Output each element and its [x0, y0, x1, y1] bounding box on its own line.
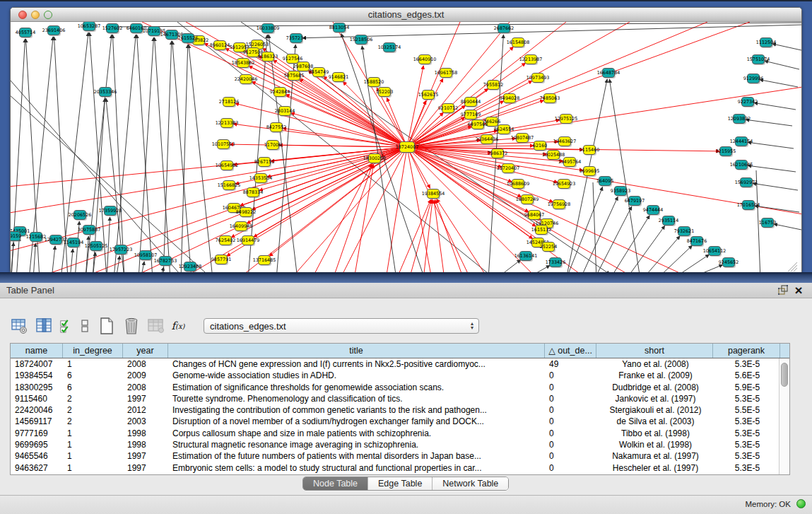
network-node-30975887[interactable]: 30975887	[78, 226, 101, 236]
network-node-9242844[interactable]: 9242844	[270, 88, 290, 98]
network-node-1588520[interactable]: 1588520	[364, 78, 384, 88]
table-cell[interactable]: 0	[545, 382, 596, 393]
table-cell[interactable]: 5.3E-5	[713, 462, 780, 474]
network-node-7932621[interactable]: 7932621	[674, 227, 694, 238]
table-cell[interactable]: 5.9E-5	[713, 382, 780, 393]
table-cell[interactable]: Estimation of the future numbers of pati…	[168, 450, 545, 462]
network-node-23691406[interactable]: 23691406	[42, 26, 66, 37]
network-node-62160[interactable]: 62160	[533, 141, 547, 152]
table-cell[interactable]: 2	[63, 416, 123, 427]
network-node-8813054[interactable]: 8813054	[329, 23, 349, 34]
table-row[interactable]: 969969511998Structural magnetic resonanc…	[11, 439, 789, 450]
close-panel-icon[interactable]: ×	[792, 284, 805, 297]
network-node-1215682[interactable]: 1215682	[26, 233, 46, 243]
network-node-39159[interactable]: 39159	[11, 232, 21, 243]
table-cell[interactable]: 2003	[123, 416, 168, 427]
network-node-7625402[interactable]: 7625402	[216, 236, 235, 247]
network-node-16648784[interactable]: 16648784	[597, 69, 620, 79]
table-cell[interactable]: 1	[63, 358, 123, 370]
table-cell[interactable]: 1997	[123, 462, 168, 474]
network-node-8427552[interactable]: 8427552	[266, 123, 286, 134]
table-cell[interactable]: 5.3E-5	[713, 450, 780, 462]
network-node-19654923[interactable]: 19654923	[553, 180, 576, 190]
network-node-1145194[interactable]: 1145194	[64, 238, 83, 249]
network-node-1615132[interactable]: 1615132	[531, 226, 551, 236]
network-node-15751074[interactable]: 15751074	[747, 55, 770, 66]
network-node-4055714[interactable]: 4055714	[16, 28, 35, 39]
table-cell[interactable]: 0	[545, 370, 596, 381]
table-cell[interactable]: 2008	[123, 358, 168, 370]
table-cell[interactable]: 19384554	[11, 370, 63, 381]
network-node-10653287[interactable]: 10653287	[78, 22, 101, 32]
table-cell[interactable]: 2012	[123, 404, 168, 416]
table-cell[interactable]: 0	[545, 404, 596, 416]
network-node-12213987[interactable]: 12213987	[519, 55, 543, 66]
table-cell[interactable]: Stergiakouli et al. (2012)	[596, 404, 713, 416]
column-header-pagerank[interactable]: pagerank	[713, 344, 780, 358]
table-row[interactable]: 1938455462009Genome-wide association stu…	[11, 370, 789, 381]
table-cell[interactable]: Estimation of significance thresholds fo…	[168, 382, 545, 393]
network-node-1112504[interactable]: 1112504	[756, 38, 776, 49]
table-cell[interactable]: 14569117	[11, 416, 63, 427]
network-node-19495764[interactable]: 19495764	[558, 158, 582, 168]
table-vertical-scrollbar[interactable]	[779, 358, 789, 474]
network-node-15218506[interactable]: 15218506	[350, 35, 373, 46]
table-cell[interactable]: 5.3E-5	[713, 416, 780, 427]
network-node-18300295[interactable]: 18300295	[363, 154, 387, 165]
network-node-116753[interactable]: 116753	[759, 218, 776, 229]
network-node-164095[interactable]: 164095	[596, 177, 613, 187]
table-cell[interactable]: 9465546	[11, 450, 63, 462]
tab-node-table[interactable]: Node Table	[303, 477, 368, 490]
table-cell[interactable]: de Silva et al. (2003)	[596, 416, 713, 427]
table-source-select[interactable]: citations_edges.txt ▴▾	[204, 318, 479, 334]
network-node-2718126[interactable]: 2718126	[219, 98, 239, 108]
network-node-8215955[interactable]: 8215955	[716, 147, 736, 158]
table-cell[interactable]: 2009	[123, 370, 168, 381]
network-node-10654982[interactable]: 10654982	[216, 161, 239, 172]
network-node-10654112[interactable]: 10654112	[703, 247, 726, 257]
tab-edge-table[interactable]: Edge Table	[368, 477, 433, 490]
table-cell[interactable]: 1998	[123, 428, 168, 439]
scrollbar-thumb[interactable]	[781, 363, 788, 387]
table-cell[interactable]: Franke et al. (2009)	[596, 370, 713, 381]
network-node-16640910[interactable]: 16640910	[413, 55, 437, 66]
network-node-19756928[interactable]: 19756928	[548, 200, 571, 211]
network-node-10107553[interactable]: 10107553	[212, 140, 235, 151]
table-cell[interactable]: Wolkin et al. (1998)	[596, 439, 713, 450]
float-panel-icon[interactable]	[777, 284, 789, 297]
column-header-in_degree[interactable]: in_degree	[63, 344, 123, 358]
function-builder-button[interactable]: f(x)	[172, 317, 184, 335]
table-cell[interactable]: 1997	[123, 450, 168, 462]
network-node-12975125[interactable]: 12975125	[555, 115, 578, 125]
network-node-2935114[interactable]: 2935114	[659, 216, 678, 227]
network-node-9857791[interactable]: 9857791	[211, 255, 231, 266]
table-cell[interactable]: 5.5E-5	[713, 404, 780, 416]
table-cell[interactable]: 9699695	[11, 439, 63, 450]
table-row[interactable]: 911546021997Tourette syndrome. Phenomeno…	[11, 393, 789, 404]
network-node-8186323[interactable]: 8186323	[258, 52, 278, 63]
network-node-7357234[interactable]: 7357234	[286, 34, 306, 45]
table-cell[interactable]: Nakamura et al. (1997)	[596, 450, 713, 462]
table-cell[interactable]: 0	[545, 393, 596, 404]
network-node-19384554[interactable]: 19384554	[422, 189, 445, 200]
network-node-9245652[interactable]: 9245652	[719, 258, 739, 269]
table-options-button[interactable]	[10, 317, 28, 335]
network-node-10325174[interactable]: 10325174	[378, 43, 401, 54]
table-cell[interactable]: Changes of HCN gene expression and I(f) …	[168, 358, 545, 370]
network-node-16210645[interactable]: 16210645	[730, 160, 753, 171]
network-node-12923488[interactable]: 12923488	[179, 262, 202, 273]
table-cell[interactable]: Tibbo et al. (1998)	[596, 428, 713, 439]
network-node-16409948[interactable]: 16409948	[230, 222, 253, 233]
table-row[interactable]: 2242004622012Investigating the contribut…	[11, 404, 789, 416]
network-node-16961758[interactable]: 16961758	[435, 69, 458, 79]
network-node-117006[interactable]: 117006	[264, 141, 281, 151]
new-table-button[interactable]	[98, 317, 116, 335]
table-cell[interactable]: 9463627	[11, 462, 63, 474]
table-cell[interactable]: Genome-wide association studies in ADHD.	[168, 370, 545, 381]
table-cell[interactable]: 0	[545, 439, 596, 450]
select-all-columns-button[interactable]	[59, 317, 72, 335]
table-cell[interactable]: Jankovic et al. (1997)	[596, 393, 713, 404]
network-node-9699695[interactable]: 9699695	[579, 167, 599, 177]
network-node-6479197[interactable]: 6479197	[625, 197, 645, 207]
table-cell[interactable]: 2	[63, 393, 123, 404]
